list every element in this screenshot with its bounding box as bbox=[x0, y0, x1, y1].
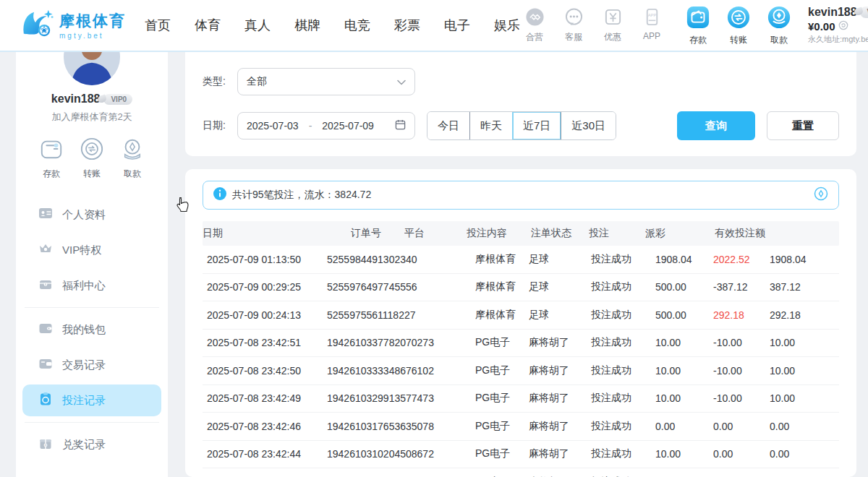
crown-icon bbox=[38, 241, 53, 259]
permanent-domain: 永久地址:mgty.bet bbox=[808, 35, 868, 45]
table-row[interactable]: 2025-07-08 23:42:43 1942610306547108865 … bbox=[203, 468, 839, 477]
cell-bet-content: 足球 bbox=[529, 253, 591, 266]
table-body: 2025-07-09 01:13:50 5255984491302340 摩根体… bbox=[203, 246, 839, 477]
transfer-button[interactable]: 转账 bbox=[80, 137, 104, 180]
cell-bet-content: 足球 bbox=[529, 280, 591, 293]
reset-button[interactable]: 重置 bbox=[767, 111, 839, 140]
table-row[interactable]: 2025-07-08 23:42:46 1942610317653635078 … bbox=[203, 413, 839, 441]
sidebar-item-transactions[interactable]: 交易记录 bbox=[22, 349, 161, 381]
table-row[interactable]: 2025-07-09 00:24:13 5255975561118227 摩根体… bbox=[203, 301, 839, 330]
type-select[interactable]: 全部 bbox=[237, 68, 415, 95]
cell-bet-amount: 500.00 bbox=[655, 281, 713, 293]
nav-item[interactable]: 首页 bbox=[145, 17, 171, 34]
table-row[interactable]: 2025-07-08 23:42:49 1942610329913577473 … bbox=[203, 385, 839, 413]
cell-bet-amount: 10.00 bbox=[655, 392, 713, 404]
summary-bar: 共计95笔投注，流水：3824.72 bbox=[203, 181, 839, 210]
sidebar-item-bet-records[interactable]: 投注记录 bbox=[22, 384, 161, 416]
withdraw-button[interactable]: 取款 bbox=[120, 137, 145, 180]
mobile-phone-icon: APP bbox=[642, 7, 662, 30]
app-label: APP bbox=[643, 31, 660, 41]
gift-box-icon: R bbox=[38, 436, 53, 453]
withdraw-label: 取款 bbox=[124, 168, 141, 180]
cell-platform: PG电子 bbox=[475, 392, 529, 405]
table-row[interactable]: 2025-07-09 01:13:50 5255984491302340 摩根体… bbox=[203, 246, 839, 274]
table-header-cell: 投注内容 bbox=[467, 227, 531, 240]
wallet-icon bbox=[38, 321, 53, 338]
cell-platform: PG电子 bbox=[475, 447, 529, 460]
records-panel: 共计95笔投注，流水：3824.72 日期订单号平台投注内容注单状态投注派彩有效… bbox=[185, 169, 856, 477]
quick-7days-button[interactable]: 近7日 bbox=[512, 112, 561, 139]
sidebar-item-welfare[interactable]: 福利中心 bbox=[22, 270, 161, 301]
calendar-icon bbox=[395, 119, 406, 132]
transfer-button[interactable]: 转账 bbox=[724, 5, 753, 46]
username: kevin188 bbox=[808, 5, 857, 20]
nav-item[interactable]: 彩票 bbox=[394, 17, 420, 34]
table-header-cell: 平台 bbox=[404, 227, 467, 240]
cell-bet-content: 麻将胡了 bbox=[529, 392, 591, 405]
partner-button[interactable]: 合营 bbox=[520, 7, 549, 43]
cell-order-number: 5255975561118227 bbox=[327, 309, 475, 321]
cell-date: 2025-07-08 23:42:46 bbox=[203, 421, 327, 432]
cell-valid-amount: 10.00 bbox=[770, 365, 839, 377]
bet-records-table: 日期订单号平台投注内容注单状态投注派彩有效投注额 2025-07-09 01:1… bbox=[203, 221, 839, 477]
brand-logo[interactable]: 摩根体育 mgty.bet bbox=[20, 7, 135, 43]
sidebar-item-profile[interactable]: 个人资料 bbox=[22, 199, 161, 231]
withdraw-coin-icon bbox=[767, 5, 791, 33]
quick-30days-button[interactable]: 近30日 bbox=[561, 112, 616, 139]
quick-today-button[interactable]: 今日 bbox=[427, 112, 469, 139]
cell-order-number: 5255976497745556 bbox=[327, 281, 475, 293]
deposit-button[interactable]: 存款 bbox=[684, 5, 712, 46]
cell-date: 2025-07-09 00:29:25 bbox=[203, 281, 327, 293]
table-row[interactable]: 2025-07-08 23:42:50 1942610333348676102 … bbox=[203, 357, 839, 385]
header-gray-actions: 合营 客服 优惠 APP APP bbox=[520, 7, 666, 43]
nav-item[interactable]: 娱乐 bbox=[494, 17, 520, 34]
query-button[interactable]: 查询 bbox=[677, 111, 755, 140]
brand-name: 摩根体育 bbox=[59, 11, 126, 31]
nav-item[interactable]: 体育 bbox=[195, 17, 221, 34]
cell-status: 投注成功 bbox=[591, 447, 655, 460]
cell-order-number: 1942610329913577473 bbox=[327, 392, 475, 404]
main-nav: 首页体育真人棋牌电竞彩票电子娱乐 bbox=[145, 17, 520, 34]
sidebar-vip-badge: VIP0 bbox=[103, 94, 132, 105]
table-header-cell: 订单号 bbox=[351, 227, 404, 240]
cell-bet-amount: 500.00 bbox=[655, 309, 713, 321]
nav-item[interactable]: 电子 bbox=[444, 17, 470, 34]
cell-order-number: 1942610337782070273 bbox=[327, 337, 475, 348]
user-block: kevin188 VIP0 ¥0.00 永久地址:mgty.bet bbox=[808, 5, 868, 46]
avatar[interactable] bbox=[64, 52, 120, 85]
support-button[interactable]: 客服 bbox=[559, 7, 588, 43]
id-card-icon bbox=[38, 206, 53, 223]
refresh-circle-icon[interactable] bbox=[814, 186, 828, 204]
cell-bet-content: 麻将胡了 bbox=[529, 447, 591, 460]
chevron-down-icon bbox=[397, 76, 406, 87]
nav-item[interactable]: 电竞 bbox=[344, 17, 370, 34]
date-range-picker[interactable]: 2025-07-03 - 2025-07-09 bbox=[237, 112, 415, 139]
handshake-icon bbox=[525, 7, 545, 30]
table-row[interactable]: 2025-07-09 00:29:25 5255976497745556 摩根体… bbox=[203, 274, 839, 302]
quick-date-group: 今日 昨天 近7日 近30日 bbox=[427, 111, 616, 140]
nav-item[interactable]: 棋牌 bbox=[294, 17, 320, 34]
promo-label: 优惠 bbox=[604, 31, 621, 43]
date-label: 日期: bbox=[203, 119, 237, 132]
nav-item[interactable]: 真人 bbox=[244, 17, 271, 34]
table-row[interactable]: 2025-07-08 23:42:44 1942610310204508672 … bbox=[203, 441, 839, 469]
table-header-cell: 投注 bbox=[589, 227, 645, 240]
table-header-row: 日期订单号平台投注内容注单状态投注派彩有效投注额 bbox=[203, 221, 839, 246]
sidebar-item-vip[interactable]: VIP特权 bbox=[22, 234, 161, 266]
withdraw-button[interactable]: 取款 bbox=[765, 5, 793, 46]
cell-bet-amount: 10.00 bbox=[655, 365, 713, 377]
refresh-balance-icon[interactable] bbox=[838, 20, 848, 34]
cell-platform: 摩根体育 bbox=[475, 309, 529, 322]
sidebar-item-wallet[interactable]: 我的钱包 bbox=[22, 314, 161, 345]
cell-order-number: 1942610333348676102 bbox=[327, 365, 475, 377]
app-button[interactable]: APP APP bbox=[637, 7, 666, 43]
header-blue-actions: 存款 转账 取款 bbox=[684, 5, 793, 46]
table-row[interactable]: 2025-07-08 23:42:51 1942610337782070273 … bbox=[203, 330, 839, 358]
cell-order-number: 1942610317653635078 bbox=[327, 421, 475, 432]
cell-status: 投注成功 bbox=[591, 253, 655, 266]
cell-bet-amount: 10.00 bbox=[655, 337, 713, 348]
sidebar-item-redeem-records[interactable]: R 兑奖记录 bbox=[22, 429, 161, 460]
promo-button[interactable]: 优惠 bbox=[598, 7, 627, 43]
deposit-button[interactable]: 存款 bbox=[39, 137, 64, 180]
quick-yesterday-button[interactable]: 昨天 bbox=[469, 112, 512, 139]
